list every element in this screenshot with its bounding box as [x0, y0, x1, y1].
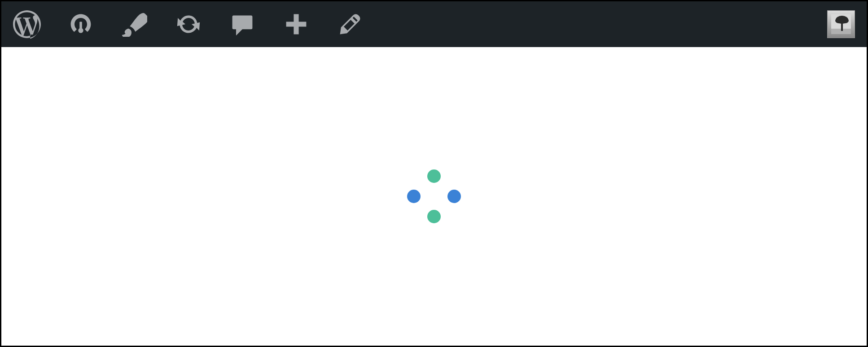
svg-point-5 — [842, 18, 849, 23]
updates-menu[interactable] — [175, 10, 202, 38]
admin-toolbar-left — [13, 10, 801, 38]
user-avatar[interactable] — [827, 10, 855, 38]
new-content-menu[interactable] — [282, 10, 310, 38]
loading-spinner — [407, 169, 461, 223]
dashboard-icon — [68, 12, 93, 37]
svg-point-4 — [835, 18, 842, 23]
comment-icon — [230, 12, 255, 37]
admin-toolbar — [1, 1, 867, 47]
spinner-dot-right — [447, 190, 461, 203]
comments-menu[interactable] — [228, 10, 256, 38]
customize-menu[interactable] — [121, 10, 149, 38]
spinner-dot-top — [427, 169, 441, 183]
refresh-icon — [176, 12, 201, 37]
spinner-dot-left — [407, 190, 421, 203]
avatar-image — [831, 14, 851, 34]
wordpress-logo-menu[interactable] — [13, 10, 41, 38]
pencil-icon — [338, 12, 363, 37]
plus-icon — [284, 12, 309, 37]
brush-icon — [122, 12, 147, 37]
dashboard-menu[interactable] — [67, 10, 95, 38]
wordpress-icon — [13, 9, 41, 40]
spinner-dot-bottom — [427, 210, 441, 223]
admin-toolbar-right — [827, 10, 855, 38]
main-content — [1, 47, 867, 346]
edit-menu[interactable] — [336, 10, 364, 38]
